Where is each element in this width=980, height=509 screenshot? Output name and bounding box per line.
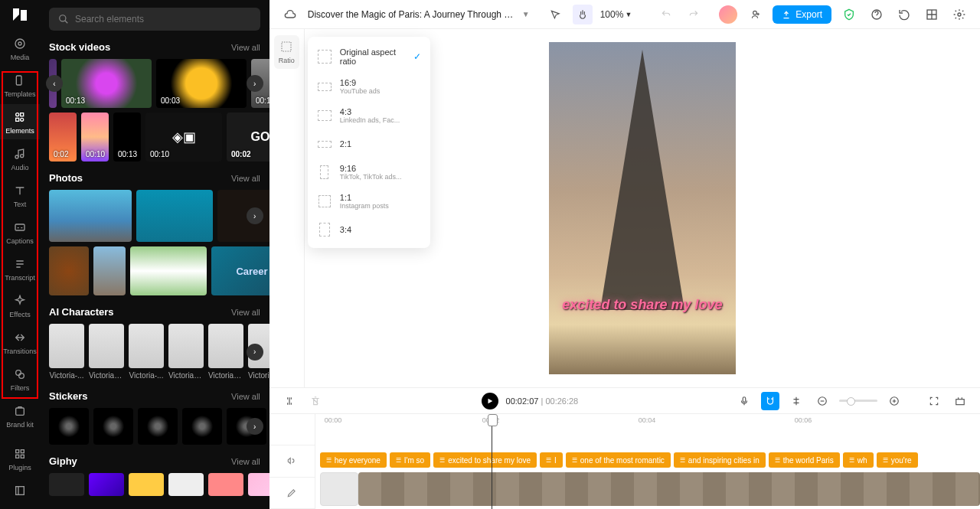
- project-title[interactable]: Discover the Magic of Paris: A Journey T…: [308, 9, 514, 20]
- caption-clip[interactable]: I'm so: [390, 452, 430, 468]
- caption-clip[interactable]: hey everyone: [320, 452, 387, 468]
- history-button[interactable]: [894, 5, 914, 24]
- thumbnail[interactable]: ◈▣00:10: [145, 113, 222, 162]
- thumbnail[interactable]: [136, 190, 213, 242]
- thumbnail[interactable]: [49, 190, 132, 242]
- ratio-option[interactable]: 3:4: [312, 216, 426, 243]
- scroll-left-button[interactable]: ‹: [46, 75, 63, 92]
- thumbnail[interactable]: Career: [211, 246, 270, 295]
- search-input[interactable]: [75, 14, 251, 24]
- chevron-down-icon[interactable]: ▼: [522, 10, 530, 18]
- caption-clip[interactable]: wh: [843, 452, 874, 468]
- nav-captions[interactable]: Captions: [0, 214, 40, 250]
- nav-transitions[interactable]: Transitions: [0, 325, 40, 360]
- timeline-ruler[interactable]: 00:0000:0200:0400:06: [315, 414, 980, 429]
- caption-clip[interactable]: and inspiring cities in: [674, 452, 766, 468]
- timeline-tracks[interactable]: 00:0000:0200:0400:06 hey everyoneI'm soe…: [315, 414, 980, 509]
- view-all-link[interactable]: View all: [231, 308, 260, 317]
- thumbnail[interactable]: [129, 324, 164, 368]
- nav-audio[interactable]: Audio: [0, 141, 40, 176]
- thumbnail[interactable]: [49, 324, 84, 368]
- nav-collapse[interactable]: [0, 478, 40, 502]
- layout-button[interactable]: [922, 5, 942, 24]
- cursor-tool[interactable]: [545, 5, 565, 24]
- mic-button[interactable]: [735, 392, 753, 410]
- view-all-link[interactable]: View all: [231, 392, 260, 401]
- caption-clip[interactable]: the world Paris: [769, 452, 840, 468]
- nav-plugins[interactable]: Plugins: [0, 441, 40, 476]
- caption-clip[interactable]: one of the most romantic: [566, 452, 671, 468]
- thumbnail[interactable]: 00:10: [81, 113, 109, 162]
- user-avatar[interactable]: [719, 5, 737, 24]
- edit-track-icon[interactable]: [283, 484, 301, 502]
- redo-button[interactable]: [684, 5, 704, 24]
- video-clip[interactable]: [358, 472, 980, 506]
- ratio-option[interactable]: 4:3LinkedIn ads, Fac...: [312, 101, 426, 130]
- view-all-link[interactable]: View all: [231, 457, 260, 466]
- video-preview[interactable]: excited to share my love: [549, 42, 736, 374]
- share-button[interactable]: [745, 5, 765, 24]
- thumbnail[interactable]: [89, 473, 124, 496]
- split-tool[interactable]: [280, 392, 299, 410]
- shield-icon[interactable]: [839, 5, 859, 24]
- thumbnail[interactable]: [208, 473, 243, 496]
- search-bar[interactable]: [49, 8, 260, 31]
- thumbnail[interactable]: [248, 473, 270, 496]
- audio-track-icon[interactable]: [283, 452, 301, 470]
- thumbnail[interactable]: [130, 246, 207, 295]
- caption-clip[interactable]: you're: [877, 452, 918, 468]
- export-button[interactable]: Export: [773, 5, 831, 24]
- scroll-right-button[interactable]: ›: [247, 75, 263, 92]
- fit-button[interactable]: [925, 392, 943, 410]
- delete-button[interactable]: [306, 392, 325, 410]
- thumbnail[interactable]: [208, 324, 243, 368]
- scroll-right-button[interactable]: ›: [247, 207, 263, 224]
- thumbnail[interactable]: [182, 408, 222, 445]
- thumbnail[interactable]: 00:13: [113, 113, 141, 162]
- playhead[interactable]: [492, 414, 492, 509]
- thumbnail[interactable]: [168, 473, 204, 496]
- play-button[interactable]: [482, 393, 498, 409]
- ratio-option[interactable]: 1:1Instagram posts: [312, 187, 426, 216]
- view-all-link[interactable]: View all: [231, 174, 260, 183]
- ratio-option[interactable]: 2:1: [312, 130, 426, 158]
- ratio-option[interactable]: Original aspect ratio✓: [312, 41, 426, 72]
- zoom-out-button[interactable]: [813, 392, 831, 410]
- thumbnail[interactable]: [89, 324, 124, 368]
- zoom-in-button[interactable]: [885, 392, 903, 410]
- thumbnail[interactable]: [168, 324, 204, 368]
- thumbnail[interactable]: [93, 246, 126, 295]
- ratio-option[interactable]: 16:9YouTube ads: [312, 72, 426, 101]
- align-button[interactable]: [787, 392, 805, 410]
- settings-button[interactable]: [949, 5, 969, 24]
- magnet-button[interactable]: [761, 392, 779, 410]
- view-all-link[interactable]: View all: [231, 43, 260, 52]
- thumbnail[interactable]: GO00:02: [227, 113, 270, 162]
- thumbnail[interactable]: [49, 246, 89, 295]
- hand-tool[interactable]: [573, 5, 593, 24]
- thumbnail[interactable]: [49, 473, 84, 496]
- thumbnail[interactable]: [49, 408, 89, 445]
- nav-transcript[interactable]: Transcript: [0, 251, 40, 286]
- nav-media[interactable]: Media: [0, 31, 40, 66]
- thumbnail[interactable]: 00:13: [61, 59, 152, 108]
- scroll-right-button[interactable]: ›: [247, 344, 263, 361]
- ratio-button[interactable]: Ratio: [274, 35, 299, 69]
- expand-button[interactable]: [951, 392, 969, 410]
- help-button[interactable]: [867, 5, 887, 24]
- nav-elements[interactable]: Elements: [0, 104, 40, 139]
- video-clip[interactable]: [320, 472, 358, 506]
- thumbnail[interactable]: 00:03: [156, 59, 247, 108]
- thumbnail[interactable]: [129, 473, 164, 496]
- undo-button[interactable]: [656, 5, 676, 24]
- nav-text[interactable]: Text: [0, 178, 40, 213]
- nav-filters[interactable]: Filters: [0, 361, 40, 396]
- nav-brandkit[interactable]: Brand kit: [0, 398, 40, 433]
- zoom-slider[interactable]: [839, 400, 877, 402]
- cloud-sync-icon[interactable]: [280, 5, 300, 24]
- caption-clip[interactable]: I: [540, 452, 563, 468]
- nav-effects[interactable]: Effects: [0, 288, 40, 323]
- nav-templates[interactable]: Templates: [0, 67, 40, 103]
- app-logo[interactable]: [7, 6, 33, 24]
- ratio-option[interactable]: 9:16TikTok, TikTok ads...: [312, 158, 426, 187]
